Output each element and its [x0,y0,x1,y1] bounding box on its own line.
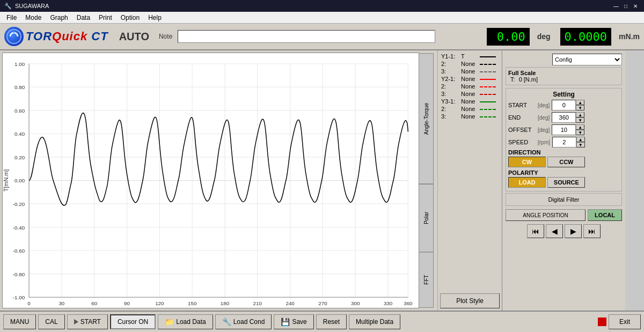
angle-position-button[interactable]: ANGLE POSITION [506,209,586,221]
maximize-button[interactable]: □ [621,2,630,10]
legend-y3-3-line [480,113,500,120]
app-name: TORQuick CT [26,29,108,43]
svg-text:0.20: 0.20 [14,154,25,160]
reset-button[interactable]: Reset [316,314,347,329]
start-label: START [508,102,538,108]
full-scale-section: Full Scale T: 0 [N.m] [506,67,622,85]
menu-mode[interactable]: Mode [21,13,46,23]
legend-y1-3-value: None [460,68,480,75]
svg-text:0.40: 0.40 [14,131,25,137]
close-button[interactable]: ✕ [631,2,640,10]
tab-polar[interactable]: Polar [419,184,434,252]
start-input[interactable] [552,100,576,110]
graph-area[interactable]: 1.00 0.80 0.60 0.40 0.20 0.00 -0.20 -0.4… [2,53,419,308]
menu-data[interactable]: Data [72,13,94,23]
menu-file[interactable]: File [2,13,21,23]
svg-text:150: 150 [188,300,197,306]
logo-icon [4,27,24,46]
speed-unit: [rpm] [538,139,550,145]
menubar: File Mode Graph Data Print Option Help [0,12,644,24]
manu-button[interactable]: MANU [3,314,36,329]
start-down-button[interactable]: ▼ [576,105,584,110]
stop-icon [598,318,606,326]
svg-text:60: 60 [91,300,97,306]
angle-value: 0.00 [487,28,530,46]
end-down-button[interactable]: ▼ [576,117,584,123]
svg-text:0.00: 0.00 [14,178,25,183]
legend-y2-3-value: None [460,90,480,98]
offset-label: OFFSET [508,127,538,133]
speed-up-button[interactable]: ▲ [576,137,585,142]
config-select[interactable]: Config [552,54,622,65]
legend-y3-1-label: Y3-1: [440,98,460,105]
svg-text:330: 330 [384,300,393,306]
exit-area: Exit [598,314,641,329]
svg-text:-1.00: -1.00 [13,294,25,300]
tab-fft[interactable]: FFT [419,252,434,308]
load-button[interactable]: LOAD [508,177,546,188]
plot-style-button[interactable]: Plot Style [440,293,500,308]
next-next-button[interactable]: ⏭ [583,224,601,238]
start-button[interactable]: START [67,314,108,329]
end-input[interactable] [552,112,576,123]
load-cond-icon: 🔧 [222,318,231,326]
note-input[interactable] [178,30,435,43]
offset-up-button[interactable]: ▲ [576,124,584,130]
multiple-data-button[interactable]: Multiple Data [349,314,400,329]
end-label: END [508,114,538,121]
svg-point-1 [13,32,15,34]
note-label: Note [159,33,172,40]
legend-y2-1-line [480,75,500,83]
minimize-button[interactable]: — [612,2,620,10]
svg-text:-0.40: -0.40 [13,225,25,231]
local-button[interactable]: LOCAL [588,209,622,221]
svg-point-0 [7,29,21,43]
legend-y1-2-value: None [460,60,480,68]
legend-y1-3-label: 3: [440,68,460,75]
speed-down-button[interactable]: ▼ [576,142,585,147]
ccw-button[interactable]: CCW [547,157,585,167]
menu-help[interactable]: Help [144,13,166,23]
setting-section: Setting START [deg] ▲ ▼ END [deg] [506,88,622,191]
setting-title: Setting [508,91,619,98]
source-button[interactable]: SOURCE [547,177,585,188]
prev-button[interactable]: ◀ [546,224,563,238]
speed-input[interactable] [552,137,576,147]
legend-y1-3-line [480,68,500,75]
legend-y2-1-label: Y2-1: [440,75,460,83]
menu-print[interactable]: Print [94,13,116,23]
svg-text:-0.60: -0.60 [13,248,25,254]
next-button[interactable]: ▶ [565,224,582,238]
offset-down-button[interactable]: ▼ [576,130,584,135]
exit-button[interactable]: Exit [609,314,641,329]
save-button[interactable]: 💾 Save [274,314,313,329]
legend-y3-3-label: 3: [440,113,460,120]
svg-text:90: 90 [124,300,130,306]
prev-prev-button[interactable]: ⏮ [527,224,544,238]
torque-value: 0.0000 [560,28,611,46]
offset-input[interactable] [552,124,576,135]
menu-option[interactable]: Option [116,13,144,23]
cw-button[interactable]: CW [508,157,546,167]
cal-button[interactable]: CAL [38,314,64,329]
start-unit: [deg] [538,102,550,108]
load-cond-button[interactable]: 🔧 Load Cond [215,314,272,329]
start-up-button[interactable]: ▲ [576,100,584,105]
graph-container: 1.00 0.80 0.60 0.40 0.20 0.00 -0.20 -0.4… [0,50,437,311]
legend-y2-1-value: None [460,75,480,83]
bottombar: MANU CAL START Cursor ON 📁 Load Data 🔧 L… [0,311,644,332]
legend-y3-2-label: 2: [440,105,460,113]
end-up-button[interactable]: ▲ [576,112,584,117]
legend-y3-1-line [480,98,500,105]
titlebar-title: SUGAWARA [15,3,49,9]
cursor-on-button[interactable]: Cursor ON [110,314,156,329]
legend-y2-3-label: 3: [440,90,460,98]
svg-text:210: 210 [253,300,262,306]
svg-text:T[mN.m]: T[mN.m] [3,169,9,192]
tab-angle-torque[interactable]: Angle-Torque [419,53,434,184]
load-data-button[interactable]: 📁 Load Data [158,314,213,329]
start-play-icon [74,319,78,324]
menu-graph[interactable]: Graph [46,13,72,23]
legend-y1-1-label: Y1-1: [440,53,460,60]
t-label: T: [510,76,515,83]
